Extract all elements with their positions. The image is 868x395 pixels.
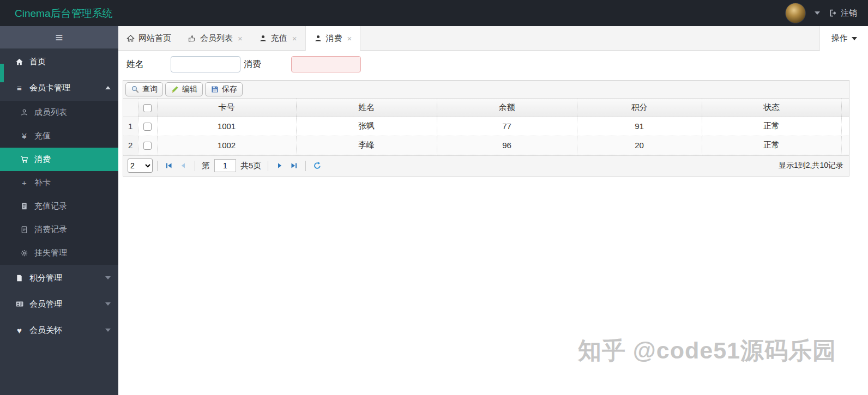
- separator: [305, 161, 306, 171]
- file-icon: [15, 274, 24, 282]
- sidebar-collapse-header[interactable]: ≡: [0, 26, 118, 48]
- close-icon[interactable]: ×: [238, 34, 243, 43]
- file-icon: [20, 226, 29, 234]
- sidebar-item-consume[interactable]: 消费: [0, 148, 118, 171]
- last-page-button[interactable]: [287, 159, 301, 173]
- idcard-icon: [15, 300, 24, 308]
- cell-status: 正常: [702, 117, 841, 136]
- tab-website-home[interactable]: 网站首页: [118, 26, 179, 51]
- data-table: 卡号 姓名 余额 积分 状态 1 1001 张飒 77 91 正常: [123, 99, 849, 155]
- sidebar-item-home[interactable]: 首页: [0, 48, 118, 75]
- table-row[interactable]: 1 1001 张飒 77 91 正常: [123, 117, 849, 136]
- filler-header: [841, 99, 849, 117]
- sidebar-item-membercard-group[interactable]: ≡ 会员卡管理: [0, 75, 118, 101]
- page-number-input[interactable]: [214, 159, 236, 172]
- sidebar-item-label: 挂失管理: [34, 248, 67, 258]
- sidebar-item-recharge[interactable]: ¥ 充值: [0, 124, 118, 148]
- user-menu-caret-icon[interactable]: [815, 11, 820, 15]
- top-navbar: Cinema后台管理系统 注销: [0, 0, 868, 26]
- list-icon: ≡: [15, 83, 24, 93]
- column-header-points[interactable]: 积分: [577, 99, 702, 117]
- table-header-row: 卡号 姓名 余额 积分 状态: [123, 99, 849, 117]
- pagination-bar: 2 第 共5页 显示1到2,共10记录: [123, 155, 849, 176]
- search-button[interactable]: 查询: [125, 82, 163, 96]
- column-header-balance[interactable]: 余额: [437, 99, 577, 117]
- home-icon: [126, 34, 135, 42]
- column-header-status[interactable]: 状态: [702, 99, 841, 117]
- tab-label: 充值: [271, 33, 287, 44]
- consume-input[interactable]: [291, 56, 361, 72]
- name-input[interactable]: [171, 56, 240, 72]
- row-checkbox[interactable]: [143, 123, 152, 131]
- sidebar-item-points-group[interactable]: 积分管理: [0, 265, 118, 291]
- edit-button-label: 编辑: [182, 84, 197, 94]
- sidebar-item-label: 补卡: [34, 178, 51, 188]
- sidebar-item-care-group[interactable]: ♥ 会员关怀: [0, 317, 118, 343]
- sidebar-item-label: 会员卡管理: [29, 83, 70, 93]
- page-word: 第: [202, 161, 210, 171]
- refresh-button[interactable]: [310, 159, 324, 173]
- row-select-cell: [138, 117, 157, 136]
- chevron-up-icon: [105, 86, 111, 89]
- hamburger-icon[interactable]: ≡: [55, 31, 63, 44]
- sidebar-item-consume-records[interactable]: 消费记录: [0, 218, 118, 241]
- table-row[interactable]: 2 1002 李峰 96 20 正常: [123, 136, 849, 155]
- sidebar-item-loss-management[interactable]: 挂失管理: [0, 241, 118, 265]
- tab-consume[interactable]: 消费 ×: [305, 26, 361, 51]
- sidebar-item-label: 充值记录: [34, 201, 67, 211]
- sidebar: ≡ 首页 ≡ 会员卡管理 成员列表 ¥ 充值: [0, 26, 118, 395]
- row-number: 1: [123, 117, 138, 136]
- select-all-checkbox[interactable]: [143, 104, 152, 112]
- chevron-down-icon: [105, 302, 111, 306]
- row-checkbox[interactable]: [143, 142, 152, 150]
- user-avatar[interactable]: [785, 3, 806, 23]
- row-number: 2: [123, 136, 138, 155]
- save-button[interactable]: 保存: [205, 82, 243, 96]
- column-header-card[interactable]: 卡号: [157, 99, 296, 117]
- datagrid-toolbar: 查询 编辑 保存: [123, 81, 849, 99]
- edit-button[interactable]: 编辑: [165, 82, 203, 96]
- floppy-icon: [210, 85, 219, 94]
- plus-icon: +: [20, 178, 29, 187]
- prev-page-button[interactable]: [176, 159, 190, 173]
- actions-dropdown[interactable]: 操作: [819, 26, 868, 51]
- logout-button[interactable]: 注销: [829, 8, 857, 19]
- close-icon[interactable]: ×: [347, 34, 352, 43]
- column-header-name[interactable]: 姓名: [296, 99, 437, 117]
- sidebar-item-members-group[interactable]: 会员管理: [0, 291, 118, 317]
- cell-status: 正常: [702, 136, 841, 155]
- tab-recharge[interactable]: 充值 ×: [251, 26, 305, 51]
- row-number-header: [123, 99, 138, 117]
- logout-label: 注销: [841, 8, 857, 19]
- consume-label: 消费: [244, 59, 291, 70]
- tab-member-list[interactable]: 会员列表 ×: [179, 26, 251, 51]
- gear-icon: [20, 249, 29, 257]
- sidebar-item-recharge-records[interactable]: 充值记录: [0, 195, 118, 218]
- user-icon: [314, 34, 322, 42]
- save-button-label: 保存: [222, 84, 237, 94]
- search-icon: [131, 85, 140, 94]
- separator: [157, 161, 158, 171]
- close-icon[interactable]: ×: [292, 34, 297, 43]
- next-page-button[interactable]: [273, 159, 287, 173]
- sidebar-item-label: 消费记录: [34, 224, 67, 235]
- sidebar-item-member-list[interactable]: 成员列表: [0, 101, 118, 124]
- cell-balance: 77: [437, 117, 577, 136]
- cell-balance: 96: [437, 136, 577, 155]
- sidebar-item-reissue-card[interactable]: + 补卡: [0, 171, 118, 195]
- page-size-select[interactable]: 2: [128, 159, 153, 173]
- sidebar-item-label: 会员关怀: [29, 325, 62, 336]
- cell-card: 1002: [157, 136, 296, 155]
- heart-icon: ♥: [15, 326, 24, 335]
- first-page-button[interactable]: [162, 159, 176, 173]
- cell-points: 20: [577, 136, 702, 155]
- sidebar-menu: 首页 ≡ 会员卡管理 成员列表 ¥ 充值 消费: [0, 48, 118, 343]
- row-select-cell: [138, 136, 157, 155]
- separator: [268, 161, 268, 171]
- chevron-down-icon: [105, 329, 111, 332]
- sidebar-item-label: 消费: [34, 154, 51, 165]
- chevron-down-icon: [105, 276, 111, 279]
- cell-name: 李峰: [296, 136, 437, 155]
- app-title: Cinema后台管理系统: [15, 7, 112, 21]
- yen-icon: ¥: [20, 131, 29, 141]
